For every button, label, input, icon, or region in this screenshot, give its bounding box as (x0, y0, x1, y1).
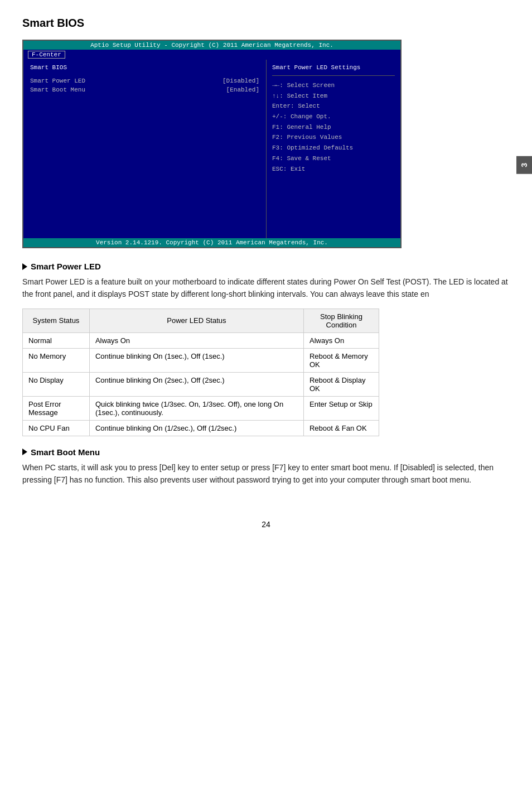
table-row: No MemoryContinue blinking On (1sec.), O… (23, 348, 379, 372)
table-row: NormalAlways OnAlways On (23, 332, 379, 348)
bios-key-line: F2: Previous Values (272, 132, 395, 143)
table-header: Stop Blinking Condition (303, 308, 379, 332)
table-cell: Reboot & Memory OK (303, 348, 379, 372)
bios-key-line: F1: General Help (272, 122, 395, 133)
table-row: Post Error MessageQuick blinking twice (… (23, 396, 379, 420)
bios-key-line: Enter: Select (272, 101, 395, 112)
bios-right-panel: Smart Power LED Settings →←: Select Scre… (267, 60, 400, 238)
page-title: Smart BIOS (22, 17, 510, 30)
smart-boot-menu-heading: Smart Boot Menu (22, 447, 510, 457)
table-header: System Status (23, 308, 90, 332)
table-cell: Continue blinking On (2sec.), Off (2sec.… (89, 372, 303, 396)
bios-tab-bar: F-Center (23, 50, 400, 60)
bios-header: Aptio Setup Utility - Copyright (C) 2011… (23, 41, 400, 50)
bios-option-value: [Enabled] (226, 86, 259, 93)
bios-footer: Version 2.14.1219. Copyright (C) 2011 Am… (23, 238, 400, 247)
table-cell: Continue blinking On (1sec.), Off (1sec.… (89, 348, 303, 372)
table-cell: Always On (89, 332, 303, 348)
table-cell: No Display (23, 372, 90, 396)
smart-power-led-heading: Smart Power LED (22, 262, 510, 271)
bios-key-line: ESC: Exit (272, 164, 395, 175)
triangle-icon-2 (22, 449, 27, 455)
bios-section-title: Smart BIOS (30, 64, 259, 71)
bios-key-line: ↑↓: Select Item (272, 91, 395, 102)
table-cell: Post Error Message (23, 396, 90, 420)
bios-key-line: +/-: Change Opt. (272, 112, 395, 122)
bios-option-row: Smart Power LED[Disabled] (30, 78, 259, 84)
table-cell: Reboot & Fan OK (303, 420, 379, 436)
bios-left-panel: Smart BIOS Smart Power LED[Disabled]Smar… (23, 60, 267, 238)
table-row: No DisplayContinue blinking On (2sec.), … (23, 372, 379, 396)
bios-screenshot: Aptio Setup Utility - Copyright (C) 2011… (22, 40, 402, 248)
triangle-icon (22, 263, 27, 270)
bios-option-label: Smart Power LED (30, 78, 85, 84)
table-cell: Continue blinking On (1/2sec.), Off (1/2… (89, 420, 303, 436)
table-row: No CPU FanContinue blinking On (1/2sec.)… (23, 420, 379, 436)
table-cell: No Memory (23, 348, 90, 372)
table-cell: Reboot & Display OK (303, 372, 379, 396)
bios-key-line: F3: Optimized Defaults (272, 143, 395, 153)
smart-boot-menu-description: When PC starts, it will ask you to press… (22, 461, 510, 486)
bios-option-row: Smart Boot Menu[Enabled] (30, 86, 259, 93)
smart-power-led-description: Smart Power LED is a feature built on yo… (22, 276, 510, 301)
table-cell: Always On (303, 332, 379, 348)
bios-divider (272, 75, 395, 76)
table-header: Power LED Status (89, 308, 303, 332)
bios-tab: F-Center (28, 51, 65, 59)
bios-keys: →←: Select Screen↑↓: Select ItemEnter: S… (272, 80, 395, 174)
bios-key-line: →←: Select Screen (272, 80, 395, 91)
bios-option-label: Smart Boot Menu (30, 86, 85, 93)
table-cell: No CPU Fan (23, 420, 90, 436)
page-number: 24 (22, 520, 510, 529)
bios-option-value: [Disabled] (223, 78, 259, 84)
bios-right-title: Smart Power LED Settings (272, 64, 395, 71)
led-table: System StatusPower LED StatusStop Blinki… (22, 308, 379, 436)
table-cell: Enter Setup or Skip (303, 396, 379, 420)
table-cell: Normal (23, 332, 90, 348)
bios-key-line: F4: Save & Reset (272, 153, 395, 164)
chapter-tab: 3 (516, 156, 532, 174)
table-cell: Quick blinking twice (1/3sec. On, 1/3sec… (89, 396, 303, 420)
